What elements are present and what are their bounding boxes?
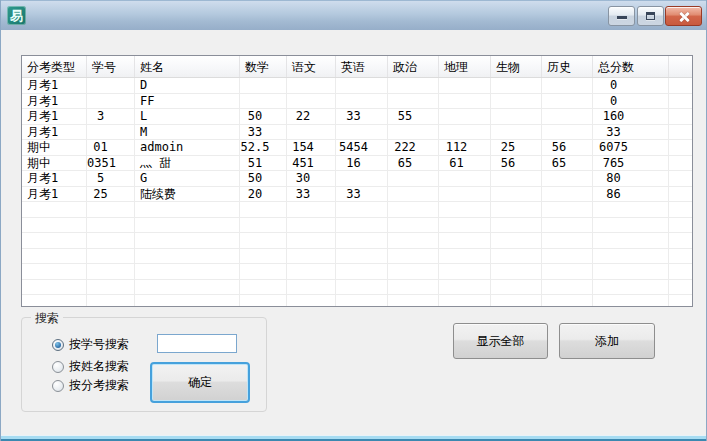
table-row[interactable]: 期中0351灬 甜514511665615665765: [22, 156, 692, 172]
table-cell: 86: [593, 187, 669, 202]
table-empty-row[interactable]: [22, 202, 692, 218]
table-cell: [439, 249, 491, 264]
table-empty-row[interactable]: [22, 218, 692, 234]
table-cell: [388, 202, 439, 217]
table-cell: [491, 280, 542, 295]
minimize-button[interactable]: [608, 6, 635, 26]
table-cell: [542, 202, 593, 217]
table-cell: [22, 280, 87, 295]
table-cell: 25: [491, 140, 542, 155]
minimize-icon: [617, 16, 627, 19]
easy-language-app-icon: 易: [7, 6, 26, 25]
radio-button-icon[interactable]: [52, 361, 64, 373]
table-cell: [439, 264, 491, 279]
table-cell: [542, 218, 593, 233]
table-cell: 65: [542, 156, 593, 171]
table-empty-row[interactable]: [22, 264, 692, 280]
table-cell: [439, 125, 491, 140]
table-empty-row[interactable]: [22, 233, 692, 249]
table-cell: [388, 94, 439, 109]
table-cell: [439, 202, 491, 217]
table-cell: [87, 94, 135, 109]
search-input[interactable]: [157, 334, 237, 353]
table-cell: [240, 218, 287, 233]
column-header[interactable]: 分考类型: [22, 56, 87, 77]
column-header[interactable]: 历史: [542, 56, 593, 77]
table-cell: [593, 202, 669, 217]
column-header[interactable]: 政治: [388, 56, 439, 77]
table-cell: [336, 171, 388, 186]
table-cell: 月考1: [22, 94, 87, 109]
table-row[interactable]: 月考13L50223355160: [22, 109, 692, 125]
table-cell: [593, 264, 669, 279]
student-score-listview[interactable]: 分考类型学号姓名数学语文英语政治地理生物历史总分数 月考1D0月考1FF0月考1…: [21, 55, 693, 307]
radio-option-by-student-id[interactable]: 按学号搜索: [52, 337, 129, 352]
table-cell: [388, 125, 439, 140]
table-cell: [22, 202, 87, 217]
table-cell-filler: [669, 233, 692, 248]
table-cell: 0351: [87, 156, 135, 171]
table-cell: [542, 171, 593, 186]
table-cell: [135, 280, 240, 295]
table-cell: 50: [240, 171, 287, 186]
table-cell-filler: [669, 218, 692, 233]
column-header[interactable]: 学号: [87, 56, 135, 77]
table-cell: [491, 218, 542, 233]
table-cell: L: [135, 109, 240, 124]
table-cell: [287, 94, 336, 109]
radio-option-by-exam-type[interactable]: 按分考搜索: [52, 378, 129, 393]
table-row[interactable]: 月考15G503080: [22, 171, 692, 187]
table-cell: [287, 202, 336, 217]
add-button[interactable]: 添加: [559, 323, 655, 359]
table-cell: [336, 94, 388, 109]
table-cell: [287, 233, 336, 248]
table-cell: [240, 249, 287, 264]
table-header: 分考类型学号姓名数学语文英语政治地理生物历史总分数: [22, 56, 692, 78]
table-row[interactable]: 月考1D0: [22, 78, 692, 94]
table-cell: 月考1: [22, 171, 87, 186]
table-cell: [491, 109, 542, 124]
column-header[interactable]: 地理: [439, 56, 491, 77]
column-header[interactable]: 姓名: [135, 56, 240, 77]
table-cell: [491, 94, 542, 109]
table-cell: [336, 218, 388, 233]
maximize-button[interactable]: [637, 6, 664, 26]
table-empty-row[interactable]: [22, 280, 692, 296]
table-cell: [388, 218, 439, 233]
show-all-button[interactable]: 显示全部: [453, 323, 548, 359]
table-empty-row[interactable]: [22, 249, 692, 265]
table-cell-filler: [669, 264, 692, 279]
radio-option-by-name[interactable]: 按姓名搜索: [52, 359, 129, 374]
close-button[interactable]: [665, 6, 702, 26]
table-row[interactable]: 月考1FF0: [22, 94, 692, 110]
table-cell: [287, 249, 336, 264]
table-cell: 灬 甜: [135, 156, 240, 171]
table-row[interactable]: 月考125陆续费20333386: [22, 187, 692, 203]
table-cell: [593, 233, 669, 248]
table-cell: [542, 249, 593, 264]
titlebar[interactable]: 易: [1, 0, 706, 30]
table-empty-row[interactable]: [22, 295, 692, 307]
confirm-button[interactable]: 确定: [150, 362, 250, 403]
column-header[interactable]: 数学: [240, 56, 287, 77]
table-cell: [542, 295, 593, 307]
table-cell-filler: [669, 156, 692, 171]
table-cell: 33: [336, 109, 388, 124]
table-cell: 20: [240, 187, 287, 202]
radio-button-icon[interactable]: [52, 380, 64, 392]
column-header[interactable]: 英语: [336, 56, 388, 77]
table-cell: [287, 125, 336, 140]
table-cell: [87, 202, 135, 217]
table-row[interactable]: 月考1M3333: [22, 125, 692, 141]
column-header[interactable]: 语文: [287, 56, 336, 77]
table-cell: [287, 295, 336, 307]
table-cell: 01: [87, 140, 135, 155]
table-row[interactable]: 期中01admoin52.5154545422211225566075: [22, 140, 692, 156]
radio-option-label: 按姓名搜索: [69, 358, 129, 375]
table-cell: [439, 218, 491, 233]
column-header[interactable]: 总分数: [593, 56, 669, 77]
radio-button-icon[interactable]: [52, 339, 64, 351]
table-cell: 51: [240, 156, 287, 171]
column-header[interactable]: 生物: [491, 56, 542, 77]
table-cell: 期中: [22, 140, 87, 155]
